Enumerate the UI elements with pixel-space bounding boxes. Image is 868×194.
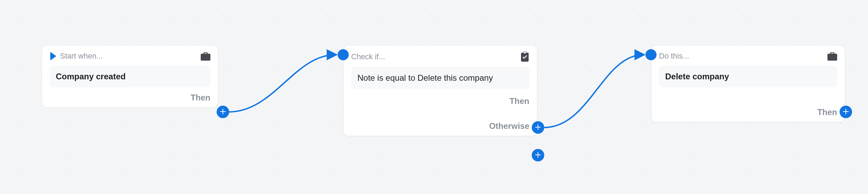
briefcase-icon (827, 52, 837, 61)
then-label: Then (817, 107, 837, 117)
card-type-label: Do this... (659, 52, 689, 61)
play-icon (50, 52, 57, 60)
add-step-otherwise-button[interactable] (532, 149, 544, 161)
action-node-title: Delete company (659, 65, 837, 87)
otherwise-label: Otherwise (489, 121, 529, 131)
svg-rect-2 (523, 52, 526, 53)
card-header: Start when... (50, 52, 210, 61)
card-header: Check if... (351, 52, 529, 62)
clipboard-check-icon (520, 52, 529, 62)
then-label: Then (191, 93, 210, 103)
add-step-button[interactable] (840, 106, 852, 118)
workflow-canvas[interactable]: Start when... Company created Then Check… (0, 0, 868, 194)
then-branch: Then (817, 107, 837, 117)
add-step-then-button[interactable] (532, 121, 544, 134)
card-header: Do this... (659, 52, 837, 61)
card-type-label: Check if... (351, 52, 385, 61)
start-node-title: Company created (50, 65, 210, 87)
condition-text: Note is equal to Delete this company (351, 67, 529, 89)
then-branch: Then (191, 93, 210, 103)
card-type-label: Start when... (60, 52, 103, 61)
then-branch: Then (510, 96, 529, 106)
add-step-button[interactable] (217, 106, 229, 118)
action-node-card[interactable]: Do this... Delete company Then (651, 45, 845, 122)
node-entry-dot (645, 49, 657, 60)
start-node-card[interactable]: Start when... Company created Then (42, 45, 218, 108)
then-label: Then (510, 96, 529, 106)
condition-node-card[interactable]: Check if... Note is equal to Delete this… (343, 45, 537, 136)
briefcase-icon (201, 52, 210, 61)
otherwise-branch: Otherwise (489, 121, 529, 131)
node-entry-dot (338, 49, 349, 60)
